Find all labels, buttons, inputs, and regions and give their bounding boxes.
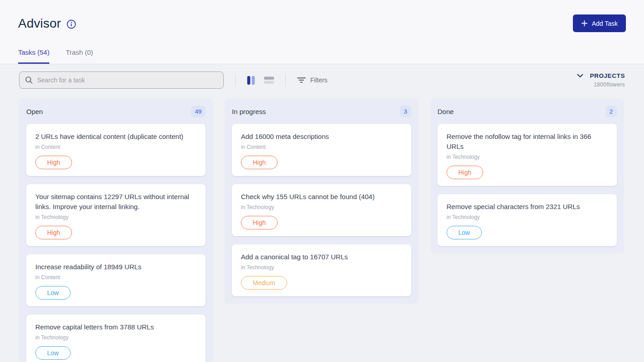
kanban-column-done: Done2Remove the nofollow tag for interna…: [430, 99, 624, 253]
priority-badge: High: [241, 216, 278, 229]
task-title: Remove capital letters from 3788 URLs: [35, 322, 197, 332]
column-count-badge: 3: [400, 106, 411, 117]
task-title: 2 URLs have identical content (duplicate…: [35, 132, 197, 142]
toolbar: Filters PROJECTS 1800flowers: [19, 71, 625, 89]
column-count-badge: 2: [606, 106, 617, 117]
priority-badge: High: [35, 156, 72, 169]
priority-badge: Medium: [241, 276, 287, 290]
column-count-badge: 49: [191, 106, 206, 117]
filters-label: Filters: [310, 76, 327, 84]
task-title: Increase readability of 18949 URLs: [35, 262, 197, 272]
search-input[interactable]: [37, 76, 218, 84]
kanban-board: Open492 URLs have identical content (dup…: [19, 99, 625, 362]
app-header: Advisor Add Task Tasks (54) Trash (0): [0, 0, 644, 64]
column-header: Open49: [19, 99, 213, 124]
tab-tasks[interactable]: Tasks (54): [18, 48, 49, 64]
task-category: in Technology: [447, 154, 608, 160]
kanban-column-in-progress: In progress3Add 16000 meta descriptionsi…: [225, 99, 418, 304]
card-list: Remove the nofollow tag for internal lin…: [430, 124, 624, 246]
task-category: in Technology: [447, 214, 608, 220]
task-card[interactable]: Check why 155 URLs cannot be found (404)…: [232, 184, 411, 236]
task-card[interactable]: Remove the nofollow tag for internal lin…: [437, 124, 617, 186]
search-box: [19, 71, 224, 89]
task-category: in Technology: [241, 204, 402, 210]
task-title: Your sitemap contains 12297 URLs without…: [35, 192, 197, 212]
add-task-button[interactable]: Add Task: [573, 14, 626, 32]
projects-label: PROJECTS: [590, 72, 625, 79]
search-icon: [25, 76, 33, 84]
board-view-icon[interactable]: [247, 76, 255, 85]
column-title: In progress: [232, 108, 266, 115]
column-title: Open: [26, 108, 43, 115]
task-title: Check why 155 URLs cannot be found (404): [241, 192, 402, 202]
chevron-down-icon: [577, 74, 583, 78]
projects-dropdown[interactable]: PROJECTS: [577, 72, 625, 79]
page-title: Advisor: [18, 16, 61, 31]
info-icon[interactable]: [67, 19, 76, 29]
priority-badge: Low: [447, 226, 482, 239]
filter-icon: [297, 77, 306, 83]
task-category: in Technology: [35, 334, 197, 341]
tabs: Tasks (54) Trash (0): [18, 48, 626, 64]
filters-button[interactable]: Filters: [297, 76, 327, 84]
priority-badge: Low: [35, 346, 71, 360]
task-card[interactable]: Your sitemap contains 12297 URLs without…: [26, 184, 206, 246]
main-content: Filters PROJECTS 1800flowers Open492 URL…: [0, 64, 644, 362]
projects-selector: PROJECTS 1800flowers: [577, 72, 625, 88]
task-card[interactable]: Add 16000 meta descriptionsin ContentHig…: [232, 124, 411, 176]
tab-trash[interactable]: Trash (0): [66, 48, 93, 64]
list-view-icon[interactable]: [264, 76, 274, 84]
divider: [285, 74, 286, 86]
priority-badge: High: [35, 226, 72, 239]
priority-badge: Low: [35, 286, 71, 300]
view-toggles: [247, 76, 274, 85]
task-category: in Technology: [241, 264, 402, 271]
task-title: Add a canonical tag to 16707 URLs: [241, 252, 402, 262]
divider: [235, 74, 235, 86]
task-title: Remove the nofollow tag for internal lin…: [447, 132, 608, 152]
priority-badge: High: [447, 166, 483, 179]
add-task-label: Add Task: [592, 20, 618, 27]
column-title: Done: [437, 108, 454, 115]
task-category: in Content: [241, 144, 402, 150]
task-card[interactable]: Add a canonical tag to 16707 URLsin Tech…: [232, 244, 411, 296]
task-title: Add 16000 meta descriptions: [241, 132, 402, 142]
task-card[interactable]: Remove special characters from 2321 URLs…: [437, 194, 617, 246]
task-category: in Technology: [35, 214, 197, 220]
card-list: Add 16000 meta descriptionsin ContentHig…: [225, 124, 418, 296]
task-card[interactable]: Increase readability of 18949 URLsin Con…: [26, 254, 206, 306]
column-header: In progress3: [225, 99, 418, 124]
task-category: in Content: [35, 274, 197, 281]
card-list: 2 URLs have identical content (duplicate…: [19, 124, 213, 362]
selected-project: 1800flowers: [594, 81, 625, 88]
priority-badge: High: [241, 156, 278, 169]
column-header: Done2: [430, 99, 624, 124]
task-card[interactable]: Remove capital letters from 3788 URLsin …: [26, 314, 206, 362]
plus-icon: [581, 20, 588, 27]
kanban-column-open: Open492 URLs have identical content (dup…: [19, 99, 213, 362]
task-card[interactable]: 2 URLs have identical content (duplicate…: [26, 124, 206, 176]
task-title: Remove special characters from 2321 URLs: [447, 202, 608, 212]
task-category: in Content: [35, 144, 197, 150]
